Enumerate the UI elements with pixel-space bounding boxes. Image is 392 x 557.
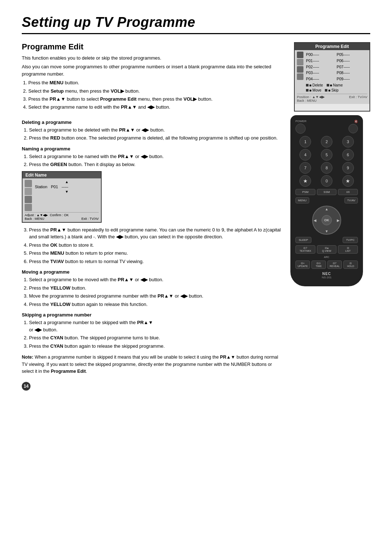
num-7-button[interactable]: 7 — [299, 162, 311, 174]
list-item: Press the CYAN button. The skipped progr… — [29, 334, 283, 342]
num-6-button[interactable]: 6 — [342, 149, 354, 161]
skipping-section: Skipping a programme number Select a pro… — [22, 312, 283, 350]
arc-label: ARC — [295, 256, 358, 258]
list-item: Select a programme number to be skipped … — [29, 319, 283, 333]
list-item: Press the TV/AV button to return to norm… — [29, 258, 283, 265]
power-button[interactable] — [295, 124, 306, 134]
model-label: NS-201 — [295, 276, 358, 279]
psm-button[interactable]: PSM — [295, 189, 315, 195]
section-title: Programme Edit — [22, 42, 287, 52]
note: Note: When a programme number is skipped… — [22, 354, 283, 375]
mute-button[interactable] — [348, 124, 358, 133]
sleep-button[interactable]: SLEEP — [295, 237, 311, 243]
page-title: Setting up TV Programme — [22, 15, 370, 34]
num-8-button[interactable]: 8 — [321, 162, 332, 174]
list-item: Press the RED button once. The selected … — [29, 134, 283, 142]
dpad-area: ▲ ▼ ◀ ▶ OK — [295, 206, 358, 235]
ok-button[interactable]: OK — [322, 215, 332, 225]
tvpc-button[interactable]: TV/PC — [343, 237, 358, 243]
menu-row: MENU TV/AV — [295, 197, 358, 203]
vii-button[interactable]: I/II — [338, 189, 358, 195]
num-3-button[interactable]: 3 — [342, 136, 354, 148]
num-4-button[interactable]: 4 — [299, 149, 311, 161]
edit-name-box: Edit Name ▲ Station — [22, 171, 102, 223]
list-item: Press the CYAN button again to release t… — [29, 343, 283, 350]
num-1-button[interactable]: 1 — [299, 136, 311, 148]
num-5-button[interactable]: 5 — [321, 149, 332, 161]
func-rows: ⊟7 TEXT/MIX ⊟● Q.VIEW ⊟ LIST ARC ⊟× — [295, 245, 358, 269]
dpad-down[interactable]: ▼ — [325, 229, 328, 233]
time-button[interactable]: ⊟⊙ TIME — [311, 261, 326, 269]
ssm-button[interactable]: SSM — [317, 189, 337, 195]
update-button[interactable]: ⊟× UPDATE — [295, 261, 310, 269]
psm-row: PSM SSM I/II — [295, 189, 358, 195]
num-2-button[interactable]: 2 — [321, 136, 332, 148]
naming-section: Naming a programme Select a programme to… — [22, 146, 283, 265]
number-grid: 1 2 3 4 5 6 7 8 9 ★ 0 ★ — [295, 136, 358, 187]
list-button[interactable]: ⊟ LIST — [338, 245, 358, 254]
moving-section: Moving a programme Select a programme to… — [22, 269, 283, 308]
reveal-button[interactable]: ⊟7 REVEAL — [327, 261, 342, 269]
list-item: Press the MENU button to return to prior… — [29, 250, 283, 257]
num-9-button[interactable]: 9 — [342, 162, 354, 174]
num-0-button[interactable]: 0 — [321, 175, 332, 187]
list-item: Press the YELLOW button again to release… — [29, 301, 283, 308]
page-number: 14 — [22, 382, 30, 391]
list-item: Select a programme to be moved with the … — [29, 276, 283, 283]
list-item: Press the GREEN button. Then it display … — [29, 161, 283, 168]
dpad-right[interactable]: ▶ — [337, 218, 340, 222]
list-item: Select a programme to be named with the … — [29, 153, 283, 160]
brand-label: NEC — [295, 272, 358, 276]
star-right-button[interactable]: ★ — [342, 175, 354, 187]
list-item: Press the YELLOW button. — [29, 284, 283, 292]
list-item: Move the programme to desired programme … — [29, 292, 283, 300]
dpad[interactable]: ▲ ▼ ◀ ▶ OK — [312, 206, 341, 235]
list-item: Press the OK button to store it. — [29, 242, 283, 249]
sleep-row: SLEEP TV/PC — [295, 237, 358, 243]
tvav-button[interactable]: TV/AV — [344, 197, 358, 203]
remote-control: POWER 🔇 1 2 3 4 5 6 7 8 9 ★ 0 — [290, 115, 370, 391]
hold-button[interactable]: ⊟ HOLD — [343, 261, 358, 269]
menu-button[interactable]: MENU — [295, 197, 309, 203]
list-item: Press the PR▲▼ button repeatedly to edit… — [29, 226, 283, 241]
qview-button[interactable]: ⊟● Q.VIEW — [317, 245, 337, 254]
intro-text: This function enables you to delete or s… — [22, 55, 287, 111]
textmix-button[interactable]: ⊟7 TEXT/MIX — [295, 245, 315, 254]
deleting-section: Deleting a programme Select a programme … — [22, 120, 283, 142]
dpad-left[interactable]: ◀ — [314, 218, 317, 222]
list-item: Select a programme to be deleted with th… — [29, 126, 283, 134]
dpad-up[interactable]: ▲ — [325, 207, 328, 211]
star-left-button[interactable]: ★ — [299, 175, 311, 187]
programme-edit-box: Programme Edit P00----- P01----- P02----… — [294, 42, 370, 112]
